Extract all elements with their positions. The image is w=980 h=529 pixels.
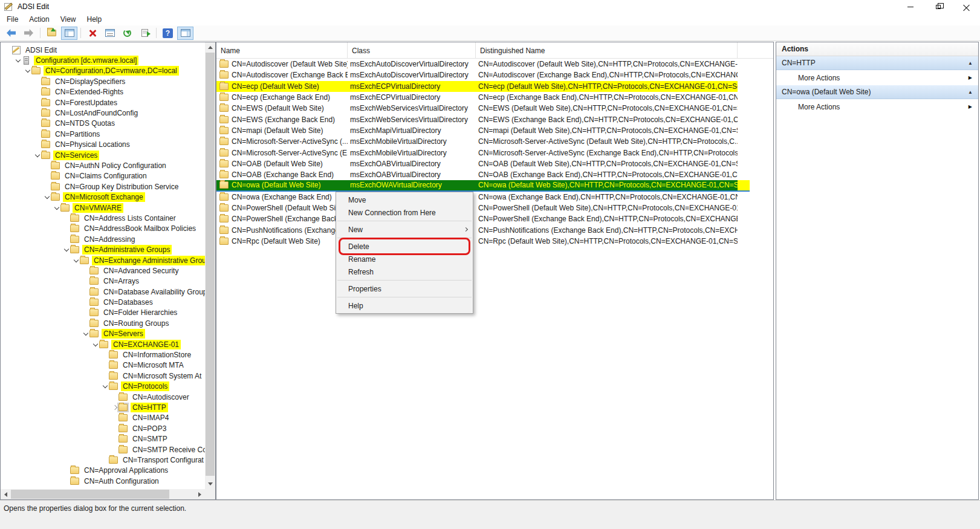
list-row-cn-oab-default-web-site[interactable]: CN=OAB (Default Web Site)msExchOABVirtua… <box>216 158 773 169</box>
tree-item-cn-routing-groups[interactable]: CN=Routing Groups <box>1 318 205 328</box>
show-action-pane-button[interactable] <box>177 27 193 40</box>
close-button[interactable] <box>952 0 980 13</box>
show-console-tree-button[interactable] <box>61 27 77 40</box>
expander-down-icon[interactable] <box>43 196 51 198</box>
menu-file[interactable]: File <box>1 14 24 25</box>
forward-button[interactable] <box>21 27 37 40</box>
scroll-down-button[interactable] <box>205 479 215 489</box>
scroll-left-button[interactable] <box>1 489 11 499</box>
back-button[interactable] <box>3 27 19 40</box>
action-item-more-actions[interactable]: More Actions▶ <box>776 99 978 114</box>
list-row-cn-microsoft-server-activesync[interactable]: CN=Microsoft-Server-ActiveSync (...msExc… <box>216 136 773 147</box>
tree-item-configuration-dc-vmware-local[interactable]: Configuration [dc.vmware.local] <box>1 55 205 65</box>
tree-item-cn-servers[interactable]: CN=Servers <box>1 329 205 339</box>
tree-item-cn-vmware[interactable]: CN=VMWARE <box>1 203 205 213</box>
tree-item-cn-protocols[interactable]: CN=Protocols <box>1 381 205 392</box>
tree-item-cn-exchange-01[interactable]: CN=EXCHANGE-01 <box>1 339 205 349</box>
actions-section-cn-http[interactable]: CN=HTTP▲ <box>776 56 978 70</box>
list-row-cn-pushnotifications-exchange[interactable]: CN=PushNotifications (Exchange...CN=Push… <box>216 224 773 235</box>
tree-item-cn-auth-configuration[interactable]: CN=Auth Configuration <box>1 476 205 486</box>
tree-item-cn-arrays[interactable]: CN=Arrays <box>1 276 205 287</box>
tree-item-cn-smtp[interactable]: CN=SMTP <box>1 433 205 444</box>
expander-down-icon[interactable] <box>101 385 109 388</box>
column-header-class[interactable]: Class <box>348 42 476 58</box>
menu-help[interactable]: Help <box>82 14 108 25</box>
tree-item-cn-approval-applications[interactable]: CN=Approval Applications <box>1 466 205 476</box>
expander-down-icon[interactable] <box>33 154 41 157</box>
tree-item-cn-address-lists-container[interactable]: CN=Address Lists Container <box>1 213 205 223</box>
tree-item-cn-microsoft-system-at[interactable]: CN=Microsoft System At <box>1 371 205 381</box>
context-menu-item-properties[interactable]: Properties <box>336 282 473 295</box>
tree-item-cn-administrative-groups[interactable]: CN=Administrative Groups <box>1 244 205 255</box>
tree-item-cn-databases[interactable]: CN=Databases <box>1 297 205 307</box>
menu-action[interactable]: Action <box>24 14 54 25</box>
list-row-cn-microsoft-server-activesync-e[interactable]: CN=Microsoft-Server-ActiveSync (E...msEx… <box>216 147 773 158</box>
tree-horizontal-scrollbar[interactable] <box>1 489 205 499</box>
context-menu-item-rename[interactable]: Rename <box>336 253 473 265</box>
list-row-cn-ecp-exchange-back-end[interactable]: CN=ecp (Exchange Back End)msExchECPVirtu… <box>216 92 773 103</box>
scroll-up-button[interactable] <box>205 42 215 53</box>
tree-item-cn-transport-configurat[interactable]: CN=Transport Configurat <box>1 455 205 465</box>
tree-item-cn-pop3[interactable]: CN=POP3 <box>1 423 205 433</box>
column-header-distinguished-name[interactable]: Distinguished Name <box>476 42 738 58</box>
refresh-button[interactable] <box>119 27 135 40</box>
scroll-right-button[interactable] <box>195 489 205 499</box>
context-menu-item-refresh[interactable]: Refresh <box>336 265 473 278</box>
expander-down-icon[interactable] <box>72 259 80 262</box>
horizontal-scroll-thumb[interactable] <box>11 490 169 499</box>
list-row-cn-owa-exchange-back-end[interactable]: CN=owa (Exchange Back End)CN=owa (Exchan… <box>216 192 773 203</box>
list-row-cn-oab-exchange-back-end[interactable]: CN=OAB (Exchange Back End)msExchOABVirtu… <box>216 169 773 180</box>
context-menu-item-move[interactable]: Move <box>336 193 473 206</box>
tree-item-cn-extended-rights[interactable]: CN=Extended-Rights <box>1 87 205 97</box>
tree-item-cn-displayspecifiers[interactable]: CN=DisplaySpecifiers <box>1 76 205 86</box>
properties-button[interactable] <box>102 27 118 40</box>
collapse-icon[interactable]: ▲ <box>968 60 973 66</box>
tree-item-adsi-edit[interactable]: ADSI Edit <box>1 45 205 55</box>
tree-item-cn-services[interactable]: CN=Services <box>1 150 205 160</box>
tree-item-cn-autodiscover[interactable]: CN=Autodiscover <box>1 392 205 402</box>
delete-button[interactable] <box>84 27 100 40</box>
list-row-cn-powershell-default-web-site[interactable]: CN=PowerShell (Default Web Site)CN=Power… <box>216 203 773 213</box>
tree-item-cn-microsoft-mta[interactable]: CN=Microsoft MTA <box>1 360 205 371</box>
minimize-button[interactable] <box>897 0 924 13</box>
tree-item-cn-folder-hierarchies[interactable]: CN=Folder Hierarchies <box>1 308 205 318</box>
expander-down-icon[interactable] <box>53 207 60 209</box>
tree-vertical-scrollbar[interactable] <box>205 42 215 489</box>
tree-item-cn-addressbook-mailbox-policies[interactable]: CN=AddressBook Mailbox Policies <box>1 224 205 234</box>
vertical-scroll-thumb[interactable] <box>206 53 215 476</box>
collapse-icon[interactable]: ▲ <box>968 89 973 95</box>
list-row-cn-rpc-default-web-site[interactable]: CN=Rpc (Default Web Site)CN=Rpc (Default… <box>216 236 773 247</box>
tree-item-cn-http[interactable]: CN=HTTP <box>1 402 205 412</box>
tree-item-cn-smtp-receive-co[interactable]: CN=SMTP Receive Co <box>1 444 205 455</box>
up-one-level-button[interactable] <box>44 27 60 40</box>
expander-down-icon[interactable] <box>24 70 31 72</box>
actions-section-cn-owa-default-web-site[interactable]: CN=owa (Default Web Site)▲ <box>776 85 978 99</box>
tree-item-cn-partitions[interactable]: CN=Partitions <box>1 129 205 139</box>
context-menu-item-delete[interactable]: Delete <box>336 240 473 253</box>
tree-item-cn-configuration-dc-vmware-dc-local[interactable]: CN=Configuration,DC=vmware,DC=local <box>1 66 205 76</box>
context-menu-item-help[interactable]: Help <box>336 299 473 312</box>
export-list-button[interactable] <box>137 27 153 40</box>
expander-down-icon[interactable] <box>14 59 22 62</box>
context-menu-item-new-connection-from-here[interactable]: New Connection from Here <box>336 206 473 219</box>
tree-item-cn-physical-locations[interactable]: CN=Physical Locations <box>1 140 205 150</box>
restore-button[interactable] <box>924 0 952 13</box>
tree-item-cn-advanced-security[interactable]: CN=Advanced Security <box>1 265 205 276</box>
tree-item-cn-forestupdates[interactable]: CN=ForestUpdates <box>1 97 205 108</box>
action-item-more-actions[interactable]: More Actions▶ <box>776 70 978 85</box>
menu-view[interactable]: View <box>55 14 82 25</box>
tree-item-cn-microsoft-exchange[interactable]: CN=Microsoft Exchange <box>1 192 205 202</box>
tree-item-cn-database-availability-groups[interactable]: CN=Database Availability Groups <box>1 287 205 297</box>
context-menu-item-new[interactable]: New <box>336 223 473 236</box>
tree-item-cn-exchange-administrative-group[interactable]: CN=Exchange Administrative Group <box>1 255 205 265</box>
expander-right-icon[interactable] <box>111 406 118 409</box>
tree-item-cn-imap4[interactable]: CN=IMAP4 <box>1 413 205 423</box>
tree-item-cn-group-key-distribution-service[interactable]: CN=Group Key Distribution Service <box>1 181 205 192</box>
tree-item-cn-addressing[interactable]: CN=Addressing <box>1 234 205 244</box>
expander-down-icon[interactable] <box>82 333 89 335</box>
help-button[interactable]: ? <box>160 27 176 40</box>
column-header-name[interactable]: Name <box>216 42 348 58</box>
list-row-cn-autodiscover-default-web-site[interactable]: CN=Autodiscover (Default Web Site)msExch… <box>216 59 773 70</box>
tree-item-cn-ntds-quotas[interactable]: CN=NTDS Quotas <box>1 118 205 129</box>
list-row-cn-mapi-default-web-site[interactable]: CN=mapi (Default Web Site)msExchMapiVirt… <box>216 125 773 136</box>
